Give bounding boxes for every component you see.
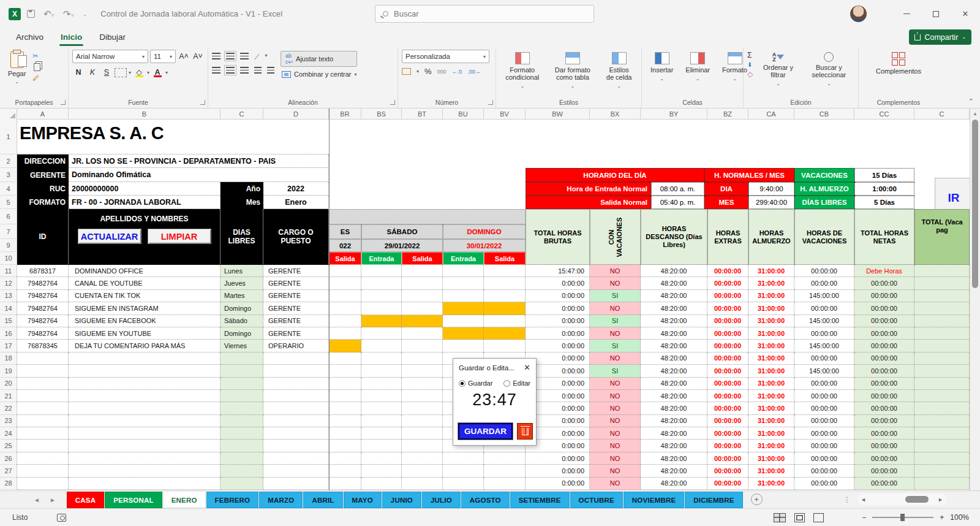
cell[interactable]: NO: [590, 415, 641, 427]
mes-sched-value[interactable]: 299:40:00: [748, 196, 794, 209]
percent-style-icon[interactable]: %: [424, 67, 432, 76]
alignment-launcher-icon[interactable]: [390, 100, 395, 105]
cell[interactable]: 00:00:00: [707, 465, 748, 477]
row-header-12[interactable]: 12: [0, 277, 17, 289]
collapse-ribbon-icon[interactable]: ⌃: [968, 97, 974, 105]
cell[interactable]: 48:20:00: [641, 440, 707, 452]
column-header-BW[interactable]: BW: [526, 109, 590, 120]
sheet-tab-personal[interactable]: PERSONAL: [105, 492, 162, 508]
dia-value[interactable]: 9:40:00: [748, 182, 794, 196]
radio-editar[interactable]: Editar: [503, 379, 530, 387]
cell[interactable]: [484, 327, 526, 340]
cell[interactable]: 00:00:00: [794, 277, 854, 289]
cell[interactable]: 00:00:00: [794, 402, 854, 414]
underline-button[interactable]: S: [100, 66, 113, 78]
cell[interactable]: 48:20:00: [641, 390, 707, 402]
cell[interactable]: [221, 390, 263, 402]
direccion-value[interactable]: JR. LOS NO SE - PROVINCIA - DEPARATAMENT…: [69, 154, 329, 168]
cell[interactable]: NO: [590, 478, 641, 490]
row-header-13[interactable]: 13: [0, 290, 17, 302]
cell[interactable]: [17, 415, 69, 427]
cell[interactable]: [329, 365, 361, 377]
cell[interactable]: [402, 465, 443, 477]
cell[interactable]: [402, 340, 443, 352]
vertical-scroll-thumb[interactable]: [972, 120, 978, 288]
addins-button[interactable]: Complementos: [871, 50, 926, 77]
row-header-19[interactable]: 19: [0, 365, 17, 377]
column-header-BS[interactable]: BS: [361, 109, 402, 120]
cell[interactable]: [914, 427, 970, 440]
cell[interactable]: 00:00:00: [794, 427, 854, 440]
cell[interactable]: [402, 390, 443, 402]
column-header-B[interactable]: B: [69, 109, 221, 120]
cell[interactable]: [263, 365, 329, 377]
cell[interactable]: [484, 340, 526, 352]
cell[interactable]: [17, 465, 69, 477]
cell[interactable]: [484, 452, 526, 465]
cell[interactable]: 00:00:00: [794, 465, 854, 477]
sheet-tab-noviembre[interactable]: NOVIEMBRE: [624, 492, 684, 508]
cell[interactable]: [402, 327, 443, 340]
cell[interactable]: [263, 402, 329, 414]
merge-center-button[interactable]: Combinar y centrar▾: [281, 71, 357, 78]
cell[interactable]: 31:00:00: [748, 402, 794, 414]
share-button[interactable]: Compartir ⌄: [909, 29, 971, 45]
cell[interactable]: NO: [590, 265, 641, 277]
cell[interactable]: 31:00:00: [748, 302, 794, 314]
cell[interactable]: [914, 390, 970, 402]
increase-font-icon[interactable]: A˄: [178, 50, 190, 63]
cell[interactable]: DOMINANDO OFFICE: [69, 265, 221, 277]
cell[interactable]: 31:00:00: [748, 315, 794, 327]
cell[interactable]: 00:00:00: [854, 340, 914, 352]
cell[interactable]: 00:00:00: [854, 390, 914, 402]
macro-record-icon[interactable]: [57, 514, 66, 522]
cell[interactable]: [69, 440, 221, 452]
row-header-23[interactable]: 23: [0, 415, 17, 427]
cell[interactable]: 00:00:00: [707, 478, 748, 490]
cell[interactable]: [17, 452, 69, 465]
cell[interactable]: [263, 452, 329, 465]
cell[interactable]: 00:00:00: [854, 302, 914, 314]
italic-button[interactable]: K: [86, 66, 99, 78]
cell[interactable]: 31:00:00: [748, 277, 794, 289]
cell[interactable]: NO: [590, 390, 641, 402]
tab-archivo[interactable]: Archivo: [7, 29, 52, 47]
row-header-5[interactable]: 5: [0, 196, 17, 209]
page-layout-view-icon[interactable]: [794, 513, 805, 522]
cell[interactable]: [69, 402, 221, 414]
cell[interactable]: 0:00:00: [526, 340, 590, 352]
cell[interactable]: [361, 390, 402, 402]
decrease-indent-icon[interactable]: [254, 67, 262, 74]
cell[interactable]: [484, 302, 526, 314]
cell[interactable]: [914, 340, 970, 352]
cell[interactable]: 79482764: [17, 302, 69, 314]
cell[interactable]: 00:00:00: [794, 265, 854, 277]
cell[interactable]: 00:00:00: [707, 340, 748, 352]
cell[interactable]: 00:00:00: [854, 290, 914, 302]
cell[interactable]: 00:00:00: [707, 427, 748, 440]
save-icon[interactable]: [27, 10, 35, 18]
cell[interactable]: [361, 465, 402, 477]
cell[interactable]: [17, 478, 69, 490]
cell[interactable]: 48:20:00: [641, 465, 707, 477]
cell[interactable]: SI: [590, 340, 641, 352]
cell[interactable]: [221, 378, 263, 390]
column-header-BV[interactable]: BV: [484, 109, 526, 120]
delete-button[interactable]: [517, 423, 533, 440]
sheet-tab-enero[interactable]: ENERO: [163, 492, 206, 508]
cell[interactable]: [263, 390, 329, 402]
cell[interactable]: [361, 402, 402, 414]
cell[interactable]: 31:00:00: [748, 365, 794, 377]
cell[interactable]: GERENTE: [263, 315, 329, 327]
row-header-15[interactable]: 15: [0, 315, 17, 327]
sheet-tab-agosto[interactable]: AGOSTO: [461, 492, 510, 508]
cell[interactable]: 31:00:00: [748, 378, 794, 390]
cell[interactable]: [443, 302, 484, 314]
cell[interactable]: [484, 277, 526, 289]
number-format-select[interactable]: Personalizada▾: [402, 50, 489, 63]
row-header-28[interactable]: 28: [0, 478, 17, 490]
cell[interactable]: 145:00:00: [794, 365, 854, 377]
cell[interactable]: SIGUEME EN YOUTUBE: [69, 327, 221, 340]
cell[interactable]: 48:20:00: [641, 302, 707, 314]
cell[interactable]: [914, 478, 970, 490]
